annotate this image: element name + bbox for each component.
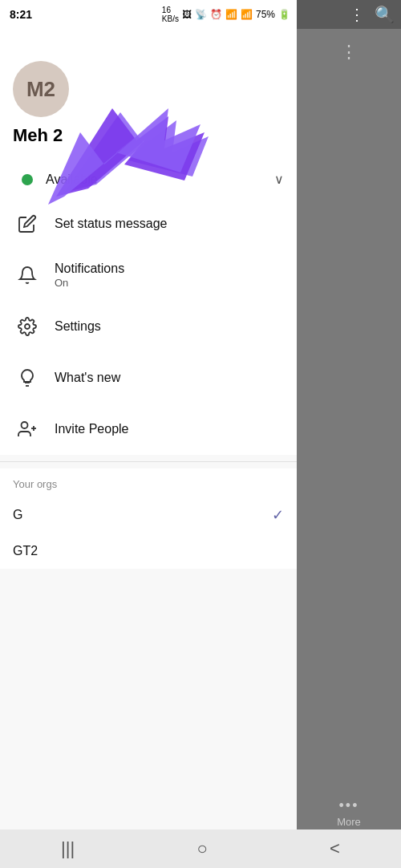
status-bar: 8:21 16KB/s 🖼 📡 ⏰ 📶 📶 75% 🔋	[0, 0, 297, 29]
avatar-text: M2	[26, 77, 55, 102]
right-panel: ⋮ 🔍 ⋮ ••• More	[297, 0, 401, 868]
notifications-text: Notifications On	[55, 262, 284, 289]
menu-divider	[0, 461, 297, 462]
more-dots-icon: •••	[339, 797, 359, 814]
org-name-g: G	[13, 508, 272, 522]
nav-menu-icon[interactable]: |||	[42, 832, 94, 866]
invite-icon	[13, 415, 42, 444]
main-panel: 8:21 16KB/s 🖼 📡 ⏰ 📶 📶 75% 🔋 M2 Meh 2 Ava…	[0, 0, 297, 868]
orgs-title: Your orgs	[13, 478, 284, 490]
status-icons: 16KB/s 🖼 📡 ⏰ 📶 📶 75% 🔋	[162, 6, 290, 23]
invite-people-label: Invite People	[55, 422, 284, 436]
org-check-g: ✓	[272, 506, 284, 524]
set-status-label: Set status message	[55, 217, 284, 231]
cast-icon: 📡	[195, 9, 207, 20]
available-label: Available	[46, 172, 274, 187]
invite-people-text: Invite People	[55, 422, 284, 436]
set-status-menu-item[interactable]: Set status message	[0, 198, 297, 249]
settings-label: Settings	[55, 319, 284, 334]
set-status-text: Set status message	[55, 217, 284, 231]
settings-menu-item[interactable]: Settings	[0, 301, 297, 352]
alarm-icon: ⏰	[210, 9, 222, 20]
available-menu-item[interactable]: Available ∨	[0, 160, 297, 198]
bottom-nav: ||| ○ <	[0, 829, 401, 868]
search-icon[interactable]: 🔍	[375, 5, 395, 24]
settings-text: Settings	[55, 319, 284, 334]
status-time: 8:21	[10, 8, 32, 21]
whats-new-label: What's new	[55, 371, 284, 385]
org-item-gt2[interactable]: GT2	[13, 534, 284, 569]
notifications-sublabel: On	[55, 277, 284, 289]
org-name-gt2: GT2	[13, 544, 284, 558]
bulb-icon	[13, 363, 42, 392]
profile-section: M2 Meh 2	[0, 29, 297, 160]
invite-people-menu-item[interactable]: Invite People	[0, 404, 297, 455]
right-panel-top: ⋮ 🔍	[297, 0, 401, 29]
whats-new-menu-item[interactable]: What's new	[0, 352, 297, 404]
more-vertical-icon[interactable]: ⋮	[349, 5, 365, 24]
right-panel-dots-icon[interactable]: ⋮	[340, 42, 358, 63]
orgs-section: Your orgs G ✓ GT2	[0, 468, 297, 569]
bell-icon	[13, 261, 42, 290]
svg-point-1	[22, 422, 28, 428]
notifications-label: Notifications	[55, 262, 284, 276]
right-panel-bottom: ••• More	[337, 797, 361, 828]
wifi-icon: 📶	[225, 9, 237, 20]
avatar[interactable]: M2	[13, 61, 69, 117]
profile-name: Meh 2	[13, 125, 284, 146]
data-speed: 16KB/s	[162, 6, 179, 23]
nav-back-icon[interactable]: <	[310, 832, 359, 866]
edit-icon	[13, 209, 42, 238]
available-menu-text: Available	[46, 172, 274, 187]
org-item-g[interactable]: G ✓	[13, 497, 284, 534]
more-label[interactable]: More	[337, 816, 361, 828]
battery-icon: 🔋	[278, 9, 290, 20]
whats-new-text: What's new	[55, 371, 284, 385]
settings-icon	[13, 312, 42, 341]
notifications-menu-item[interactable]: Notifications On	[0, 249, 297, 301]
gallery-icon: 🖼	[182, 9, 192, 20]
signal-icon: 📶	[241, 9, 253, 20]
battery-level: 75%	[256, 9, 275, 20]
available-chevron-icon: ∨	[274, 172, 284, 187]
available-status-dot	[22, 174, 33, 185]
svg-point-0	[25, 324, 30, 329]
menu-list: Available ∨ Set status message	[0, 160, 297, 455]
nav-home-icon[interactable]: ○	[177, 832, 226, 866]
